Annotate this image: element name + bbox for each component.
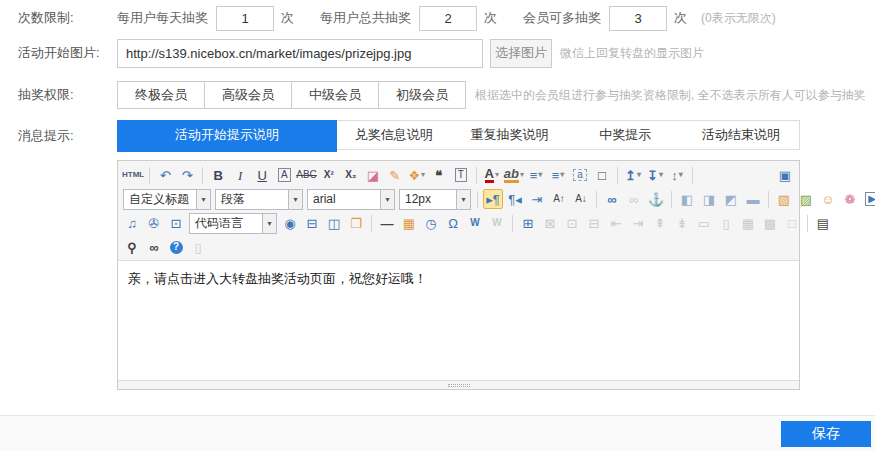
img-align-block-icon[interactable]: ▬ bbox=[743, 189, 763, 209]
new-page-icon[interactable]: □ bbox=[592, 165, 612, 185]
member-extra-draw-input[interactable] bbox=[609, 6, 667, 31]
total-draw-input[interactable] bbox=[419, 6, 477, 31]
col-insert-left-icon: ⇤ bbox=[606, 213, 626, 233]
paste-word-icon[interactable]: W bbox=[465, 213, 485, 233]
table-delete-icon: ⊠ bbox=[540, 213, 560, 233]
font-size-select[interactable]: 12px▾ bbox=[399, 189, 471, 210]
ordered-list-icon[interactable]: ≡▾ bbox=[526, 165, 546, 185]
member-extra-draw-unit: 次 bbox=[674, 9, 687, 27]
palette-icon[interactable]: ❁ bbox=[840, 189, 860, 209]
fontsize-down-icon[interactable]: A↓ bbox=[571, 189, 591, 209]
text-border-icon[interactable]: A bbox=[274, 165, 294, 185]
editor-toolbar: HTML↶↷BIUAABCX²X₂◪✎❖▾❝TA▾ab▾≡▾≡▾a□↥▾↧▾↕▾… bbox=[118, 161, 799, 261]
tab-redeem-info-note[interactable]: 兑奖信息说明 bbox=[336, 121, 452, 149]
line-height-icon[interactable]: ↕▾ bbox=[667, 165, 687, 185]
pick-image-button[interactable]: 选择图片 bbox=[490, 39, 552, 68]
attachment-icon[interactable]: ✇ bbox=[144, 213, 164, 233]
subscript-icon[interactable]: X₂ bbox=[341, 165, 361, 185]
member-btn-middle[interactable]: 中级会员 bbox=[292, 81, 379, 109]
code-icon[interactable]: ◉ bbox=[280, 213, 300, 233]
strikethrough-icon[interactable]: ABC bbox=[296, 165, 317, 185]
emoticon-icon[interactable]: ☺ bbox=[818, 189, 838, 209]
image-url-input[interactable] bbox=[117, 39, 483, 68]
ltr-icon[interactable]: ▸¶ bbox=[483, 189, 503, 209]
font-family-select[interactable]: arial▾ bbox=[307, 189, 395, 210]
anchor-icon[interactable]: ⚓ bbox=[646, 189, 666, 209]
forecolor-icon[interactable]: A▾ bbox=[482, 165, 502, 185]
chevron-down-icon[interactable]: ▾ bbox=[456, 190, 470, 209]
inline-style-icon[interactable]: a bbox=[570, 165, 590, 185]
table-icon[interactable]: ⊞ bbox=[518, 213, 538, 233]
columns-icon[interactable]: ◫ bbox=[324, 213, 344, 233]
editor-resize-bar[interactable] bbox=[118, 380, 799, 389]
quickformat-icon[interactable]: ❖▾ bbox=[407, 165, 427, 185]
template-icon[interactable]: ❐ bbox=[346, 213, 366, 233]
img-align-left-icon[interactable]: ◧ bbox=[677, 189, 697, 209]
hilitecolor-icon[interactable]: ab▾ bbox=[504, 165, 524, 185]
paste-icon: ▯ bbox=[188, 237, 208, 257]
fontsize-up-icon[interactable]: A↑ bbox=[549, 189, 569, 209]
redo-icon[interactable]: ↷ bbox=[177, 165, 197, 185]
code-language-select[interactable]: 代码语言▾ bbox=[189, 213, 277, 234]
rtl-icon[interactable]: ¶◂ bbox=[505, 189, 525, 209]
help-icon[interactable]: ? bbox=[166, 237, 186, 257]
find-replace-icon[interactable]: ∞ bbox=[144, 237, 164, 257]
print-icon[interactable]: ▤ bbox=[813, 213, 833, 233]
map-icon[interactable]: ⊡ bbox=[166, 213, 186, 233]
tab-win-prize-note[interactable]: 中奖提示 bbox=[567, 121, 683, 149]
fullscreen-icon[interactable]: ▣ bbox=[775, 165, 795, 185]
member-btn-senior[interactable]: 高级会员 bbox=[205, 81, 292, 109]
heading-select[interactable]: 自定义标题▾ bbox=[123, 189, 211, 210]
unordered-list-icon[interactable]: ≡▾ bbox=[548, 165, 568, 185]
message-row-label: 消息提示: bbox=[0, 120, 117, 145]
limit-hint: (0表示无限次) bbox=[701, 10, 776, 27]
blockquote-icon[interactable]: ❝ bbox=[429, 165, 449, 185]
image-hint: 微信上回复转盘的显示图片 bbox=[560, 45, 704, 62]
tab-activity-start-note[interactable]: 活动开始提示说明 bbox=[117, 120, 337, 152]
img-align-right-icon[interactable]: ◩ bbox=[721, 189, 741, 209]
image-icon[interactable]: ▧ bbox=[774, 189, 794, 209]
split-cells-icon: ▩ bbox=[760, 213, 780, 233]
member-btn-ultimate[interactable]: 终极会员 bbox=[117, 81, 205, 109]
image-row-label: 活动开始图片: bbox=[0, 44, 117, 62]
chevron-down-icon[interactable]: ▾ bbox=[380, 190, 394, 209]
html-source-icon[interactable]: HTML bbox=[122, 165, 144, 185]
removeformat-icon[interactable]: ◪ bbox=[363, 165, 383, 185]
message-tabs: 活动开始提示说明兑奖信息说明重复抽奖说明中奖提示活动结束说明 bbox=[117, 120, 800, 150]
multi-image-icon[interactable]: ▨ bbox=[796, 189, 816, 209]
chevron-down-icon[interactable]: ▾ bbox=[288, 190, 302, 209]
superscript-icon[interactable]: X² bbox=[319, 165, 339, 185]
align-top-icon[interactable]: ↥▾ bbox=[623, 165, 643, 185]
editor-content[interactable]: 亲，请点击进入大转盘抽奖活动页面，祝您好运哦！ bbox=[118, 261, 799, 380]
font-family-select-value: arial bbox=[308, 192, 380, 206]
calendar-icon[interactable]: ▦ bbox=[399, 213, 419, 233]
img-align-inline-icon[interactable]: ◨ bbox=[699, 189, 719, 209]
merge-cells-icon: ▦ bbox=[738, 213, 758, 233]
indent-icon[interactable]: ⇥ bbox=[527, 189, 547, 209]
underline-icon[interactable]: U bbox=[252, 165, 272, 185]
omega-icon[interactable]: Ω bbox=[443, 213, 463, 233]
hr-icon[interactable]: — bbox=[377, 213, 397, 233]
undo-icon[interactable]: ↶ bbox=[155, 165, 175, 185]
rich-text-editor: HTML↶↷BIUAABCX²X₂◪✎❖▾❝TA▾ab▾≡▾≡▾a□↥▾↧▾↕▾… bbox=[117, 160, 800, 390]
paste-text-icon[interactable]: T bbox=[451, 165, 471, 185]
bold-icon[interactable]: B bbox=[208, 165, 228, 185]
media-icon[interactable]: ▶ bbox=[862, 189, 875, 209]
music-icon[interactable]: ♫ bbox=[122, 213, 142, 233]
align-bottom-icon[interactable]: ↧▾ bbox=[645, 165, 665, 185]
link-icon[interactable]: ∞ bbox=[602, 189, 622, 209]
tab-activity-end-note[interactable]: 活动结束说明 bbox=[683, 121, 799, 149]
tab-repeat-draw-note[interactable]: 重复抽奖说明 bbox=[452, 121, 568, 149]
save-button[interactable]: 保存 bbox=[781, 421, 871, 447]
chevron-down-icon[interactable]: ▾ bbox=[262, 214, 276, 233]
format-painter-icon[interactable]: ✎ bbox=[385, 165, 405, 185]
chevron-down-icon[interactable]: ▾ bbox=[196, 190, 210, 209]
italic-icon[interactable]: I bbox=[230, 165, 250, 185]
daily-draw-input[interactable] bbox=[216, 6, 274, 31]
message-row: 消息提示: 活动开始提示说明兑奖信息说明重复抽奖说明中奖提示活动结束说明 bbox=[0, 120, 875, 150]
pagebreak-icon[interactable]: ⊟ bbox=[302, 213, 322, 233]
member-btn-junior[interactable]: 初级会员 bbox=[379, 81, 466, 109]
clock-icon[interactable]: ◷ bbox=[421, 213, 441, 233]
paragraph-select[interactable]: 段落▾ bbox=[215, 189, 303, 210]
search-icon[interactable]: ⚲ bbox=[122, 237, 142, 257]
